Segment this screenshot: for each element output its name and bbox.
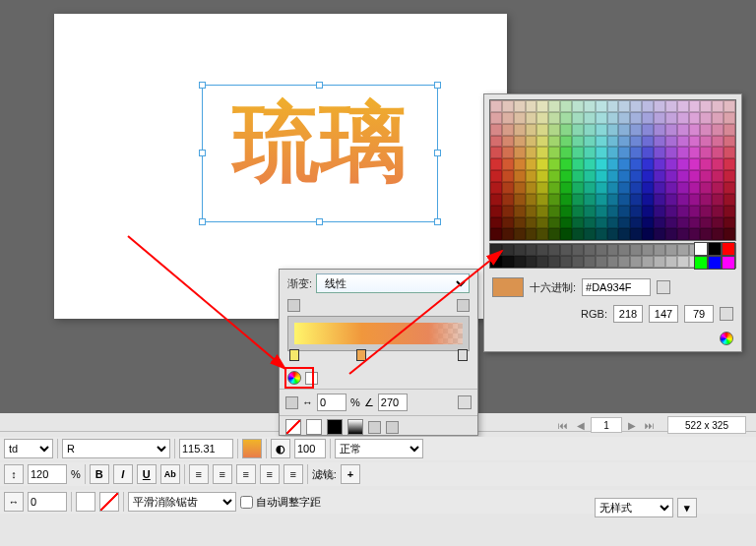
swatch-cell[interactable] [700,217,712,229]
swatch-cell[interactable] [724,228,735,240]
swatch-cell[interactable] [724,170,735,182]
angle-input[interactable] [378,394,408,411]
resize-handle[interactable] [199,82,206,89]
swatch-cell[interactable] [584,158,596,170]
swatch-cell[interactable] [700,158,712,170]
swatch-cell[interactable] [677,147,689,158]
swatch-cell[interactable] [642,256,654,268]
swatch-cell[interactable] [526,228,537,240]
swatch-cell[interactable] [618,182,630,194]
swatch-cell[interactable] [630,217,642,229]
swatch-cell[interactable] [572,170,584,182]
swatch-cell[interactable] [724,194,735,206]
swatch-cell[interactable] [654,147,665,158]
b-input[interactable] [684,305,714,323]
swatch-cell[interactable] [665,100,677,112]
swatch-cell[interactable] [526,124,537,136]
swatch-cell[interactable] [526,182,537,194]
swatch-cell[interactable] [630,100,642,112]
swatch-cell[interactable] [572,217,584,229]
swatch-cell[interactable] [596,256,607,268]
swatch-cell[interactable] [700,124,712,136]
auto-kern-input[interactable] [240,496,253,509]
align-right-button[interactable]: ≡ [236,464,256,484]
swatch-cell[interactable] [665,124,677,136]
no-fill-swatch-icon[interactable] [285,419,301,435]
swatch-cell[interactable] [665,182,677,194]
swatch-cell[interactable] [514,206,526,217]
swatch-cell[interactable] [630,256,642,268]
swatch-cell[interactable] [490,217,502,229]
swatch-cell[interactable] [596,147,607,158]
swatch-cell[interactable] [536,217,548,229]
swatch-cell[interactable] [514,112,526,124]
swatch-cell[interactable] [526,158,537,170]
swatch-cell[interactable] [642,100,654,112]
swatch-cell[interactable] [724,112,735,124]
swatch-cell[interactable] [665,244,677,256]
swatch-cell[interactable] [677,158,689,170]
swatch-cell[interactable] [689,124,701,136]
color-wheel-icon[interactable] [720,332,733,345]
swatch-cell[interactable] [630,158,642,170]
r-input[interactable] [613,305,643,323]
underline-button[interactable]: U [137,464,157,484]
swatch-cell[interactable] [596,206,607,217]
leading-input[interactable] [28,464,67,484]
swatch-cell[interactable] [596,136,607,148]
swatch-cell[interactable] [665,147,677,158]
swatch-cell[interactable] [596,194,607,206]
swatch-cell[interactable] [490,124,502,136]
position-input[interactable] [317,394,346,411]
pattern-swatch-icon[interactable] [368,421,381,434]
swatch-cell[interactable] [618,206,630,217]
font-style-select[interactable]: R [62,439,170,458]
resize-handle[interactable] [316,218,323,225]
swatch-cell[interactable] [618,147,630,158]
swatch-cell[interactable] [548,217,560,229]
kerning-input[interactable] [28,492,67,512]
swatch-cell[interactable] [677,256,689,268]
swatch-cell[interactable] [490,228,502,240]
swatch-cell[interactable] [689,206,701,217]
swatch-cell[interactable] [630,182,642,194]
swatch-cell[interactable] [526,206,537,217]
swatch-cell[interactable] [584,228,596,240]
swatch-cell[interactable] [618,217,630,229]
swatch-cell[interactable] [712,147,724,158]
bold-button[interactable]: B [90,464,109,484]
swatch-cell[interactable] [712,100,724,112]
resize-handle[interactable] [434,150,441,156]
swatch-cell[interactable] [548,147,560,158]
swatch-cell[interactable] [514,244,526,256]
swatch-cell[interactable] [502,228,514,240]
swatch-grid[interactable] [489,99,736,241]
swatch-cell[interactable] [490,158,502,170]
swatch-cell[interactable] [677,136,689,148]
swatch-cell[interactable] [607,244,619,256]
swatch-cell[interactable] [548,136,560,148]
swatch-cell[interactable] [584,256,596,268]
swatch-cell[interactable] [724,136,735,148]
swatch-cell[interactable] [560,158,572,170]
gradient-type-select[interactable]: 线性 [316,273,470,293]
swatch-cell[interactable] [712,182,724,194]
g-input[interactable] [649,305,678,323]
swatch-cell[interactable] [677,100,689,112]
preset-icon[interactable] [285,396,298,409]
add-filter-button[interactable]: + [341,464,360,484]
swatch-cell[interactable] [572,158,584,170]
resize-handle[interactable] [316,82,323,89]
swatch-cell[interactable] [490,112,502,124]
swatch-cell[interactable] [618,124,630,136]
swatch-cell[interactable] [536,182,548,194]
swatch-cell[interactable] [654,136,665,148]
swatch-cell[interactable] [618,100,630,112]
swatch-cell[interactable] [712,217,724,229]
swatch-cell[interactable] [642,217,654,229]
swatch-cell[interactable] [596,158,607,170]
swatch-cell[interactable] [700,100,712,112]
swatch-cell[interactable] [689,147,701,158]
swatch-cell[interactable] [572,194,584,206]
stop-color-swatch[interactable] [305,372,318,385]
